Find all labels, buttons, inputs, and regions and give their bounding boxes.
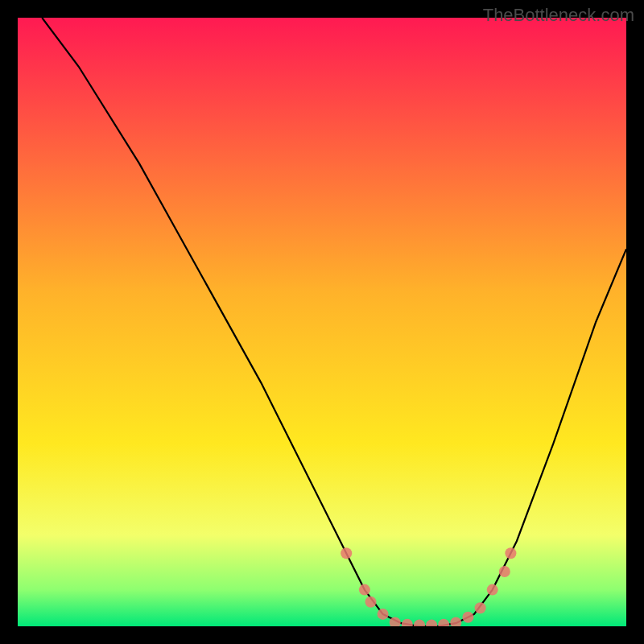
- data-marker: [462, 612, 473, 623]
- data-marker: [359, 584, 370, 596]
- watermark-text: TheBottleneck.com: [483, 5, 634, 26]
- data-marker: [499, 566, 510, 577]
- data-marker: [341, 547, 352, 559]
- data-marker: [365, 597, 377, 608]
- data-marker: [487, 584, 498, 596]
- data-marker: [505, 547, 516, 559]
- chart-plot-area: [18, 18, 626, 626]
- chart-svg: [18, 18, 626, 626]
- data-marker: [475, 602, 486, 613]
- data-marker: [378, 609, 389, 620]
- gradient-background: [18, 18, 626, 626]
